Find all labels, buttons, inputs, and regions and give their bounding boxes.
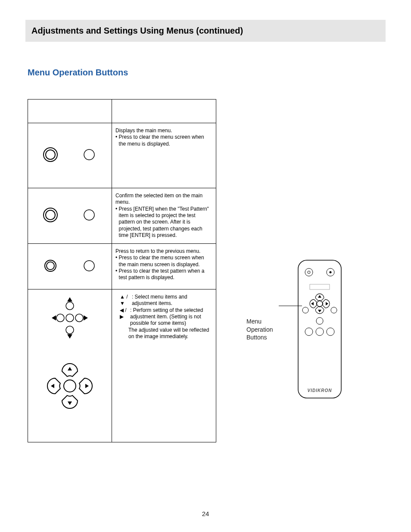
svg-marker-9: [67, 297, 72, 302]
desc-note: The adjusted value will be reflected on …: [115, 327, 212, 340]
svg-point-38: [305, 328, 313, 336]
svg-rect-24: [298, 260, 341, 398]
svg-marker-34: [311, 302, 314, 305]
svg-marker-33: [318, 310, 321, 312]
desc-bullet: Press to clear the test pattern when a t…: [119, 268, 212, 281]
svg-marker-19: [68, 367, 72, 370]
svg-point-39: [316, 328, 324, 336]
svg-marker-20: [85, 384, 89, 388]
back-button-icons: [33, 254, 106, 278]
table-row: Confirm the selected item on the main me…: [28, 188, 216, 244]
svg-point-5: [84, 210, 94, 220]
page-title-band: Adjustments and Settings Using Menus (co…: [25, 20, 386, 42]
desc-bullet: Press to clear the menu screen when the …: [119, 134, 212, 147]
svg-point-14: [75, 314, 83, 322]
svg-marker-32: [326, 302, 328, 305]
desc-text: Select menu items and adjustment items.: [132, 294, 187, 306]
page-number: 24: [0, 510, 411, 517]
desc-text: Perform setting of the selected adjustme…: [130, 307, 203, 327]
desc-bullet: Press [ENTER] when the "Test Pattern" it…: [119, 206, 212, 239]
brand-text: VIDIKRON: [308, 388, 332, 393]
remote-diagram: Menu Operation Buttons: [246, 258, 348, 401]
svg-point-16: [66, 326, 74, 334]
dpad-ring-icon: [44, 360, 96, 412]
desc-text: Confirm the selected item on the main me…: [115, 193, 212, 206]
enter-button-icons: [33, 202, 106, 228]
svg-point-12: [56, 314, 64, 322]
table-header-blank-1: [28, 100, 112, 123]
table-header-blank-2: [112, 100, 216, 123]
menu-buttons-table: Displays the main menu. Press to clear t…: [28, 99, 216, 442]
svg-marker-11: [52, 315, 56, 320]
left-right-arrow-icon: ◀ / ▶: [120, 307, 130, 327]
desc-bullet: Press to clear the menu screen when the …: [119, 255, 212, 268]
svg-marker-22: [51, 384, 54, 388]
svg-point-1: [46, 150, 55, 159]
section-title: Menu Operation Buttons: [28, 68, 411, 78]
remote-callout-label: Menu Operation Buttons: [246, 317, 273, 342]
svg-point-7: [47, 262, 54, 270]
desc-text: Press to return to the previous menu.: [115, 248, 212, 255]
svg-point-13: [66, 314, 74, 322]
svg-point-30: [317, 301, 323, 306]
svg-point-8: [84, 261, 94, 271]
table-row: ▲ / ▼: Select menu items and adjustment …: [28, 289, 216, 442]
desc-text: Displays the main menu.: [115, 128, 212, 134]
svg-point-2: [84, 149, 94, 160]
svg-marker-15: [84, 315, 88, 320]
svg-point-35: [302, 307, 308, 313]
svg-marker-31: [318, 295, 321, 298]
svg-point-28: [330, 271, 332, 274]
svg-point-26: [308, 271, 310, 274]
svg-point-10: [66, 302, 74, 310]
svg-point-4: [46, 210, 55, 220]
svg-point-36: [331, 307, 337, 313]
svg-marker-17: [67, 334, 72, 339]
page-title: Adjustments and Settings Using Menus (co…: [31, 26, 243, 35]
remote-control-icon: VIDIKRON: [279, 258, 348, 401]
dpad-small-icon: [44, 296, 96, 343]
up-down-arrow-icon: ▲ / ▼: [120, 294, 132, 307]
menu-button-icons: [33, 142, 106, 168]
svg-point-37: [316, 317, 323, 324]
table-row: Displays the main menu. Press to clear t…: [28, 123, 216, 188]
svg-marker-21: [68, 401, 72, 405]
svg-point-25: [305, 268, 313, 276]
svg-point-18: [64, 380, 76, 392]
table-row: Press to return to the previous menu. Pr…: [28, 244, 216, 289]
svg-rect-29: [310, 284, 330, 289]
svg-point-40: [327, 328, 334, 336]
